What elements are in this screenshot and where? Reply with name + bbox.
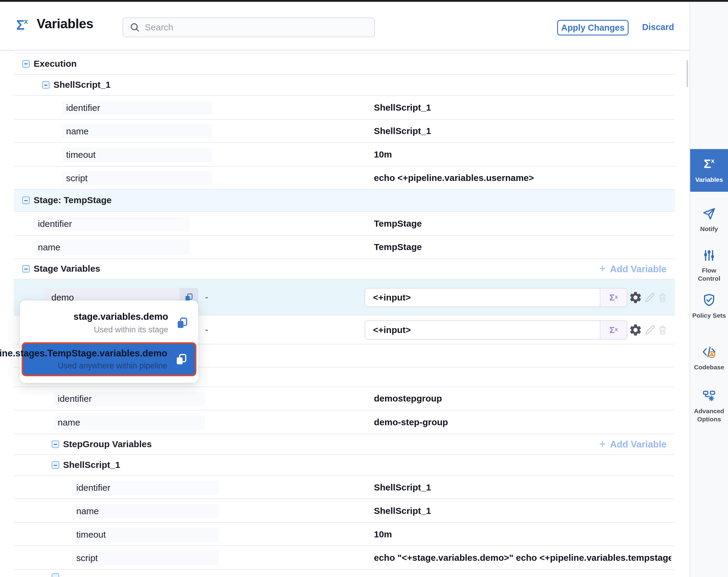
param-value: 10m bbox=[374, 149, 392, 159]
param-label-field: name bbox=[53, 415, 205, 430]
expression-option-pipeline-scope[interactable]: pipeline.stages.TempStage.variables.demo… bbox=[22, 342, 197, 376]
tree-section-row: ShellScript_1 bbox=[14, 75, 675, 96]
param-value: echo <+pipeline.variables.username> bbox=[374, 173, 534, 183]
copy-icon[interactable] bbox=[175, 316, 189, 330]
param-label-field: script bbox=[72, 551, 219, 565]
param-value: ShellScript_1 bbox=[374, 506, 431, 516]
tree-section-row: StepGroup Variables+Add Variable bbox=[14, 434, 675, 455]
variables-panel-header: Σx Variables Apply Changes Discard bbox=[0, 2, 690, 50]
required-indicator: - bbox=[205, 292, 208, 302]
section-label: ShellScript_1 bbox=[53, 80, 110, 90]
param-row: nameShellScript_1 bbox=[14, 120, 675, 143]
collapse-icon[interactable] bbox=[52, 573, 59, 577]
param-label-field: timeout bbox=[72, 527, 219, 542]
expression-text: stage.variables.demo bbox=[74, 311, 168, 322]
param-row: scriptecho "<+stage.variables.demo>" ech… bbox=[14, 546, 675, 570]
tree-section-row: Stage: TempStage bbox=[14, 190, 675, 212]
collapse-icon[interactable] bbox=[22, 265, 30, 273]
param-row: identifierShellScript_1 bbox=[14, 96, 675, 120]
shield-check-icon bbox=[702, 293, 717, 308]
pencil-icon[interactable] bbox=[643, 323, 656, 336]
flowchart-gear-icon bbox=[702, 389, 716, 403]
sigma-expression-button[interactable]: Σx bbox=[600, 321, 627, 339]
section-label: Stage: TempStage bbox=[34, 195, 112, 205]
expression-text: pipeline.stages.TempStage.variables.demo bbox=[0, 348, 167, 359]
param-value: demo-step-group bbox=[374, 417, 448, 427]
param-row: timeout10m bbox=[14, 143, 675, 167]
expression-option-stage-scope[interactable]: stage.variables.demo Used within its sta… bbox=[20, 309, 198, 341]
collapse-icon[interactable] bbox=[22, 197, 30, 204]
collapse-icon[interactable] bbox=[52, 441, 59, 448]
add-variable-button[interactable]: +Add Variable bbox=[599, 262, 667, 276]
param-label-field: identifier bbox=[72, 480, 219, 495]
pipeline-right-sidebar: Σx Variables Notify Flow Control Policy … bbox=[690, 2, 728, 577]
section-label: ShellScript_1 bbox=[63, 460, 120, 470]
page-title: Variables bbox=[37, 16, 94, 31]
sidebar-item-variables[interactable]: Σx Variables bbox=[690, 149, 728, 192]
apply-changes-button[interactable]: Apply Changes bbox=[557, 20, 629, 35]
variable-value-input[interactable]: <+input>Σx bbox=[365, 288, 627, 307]
param-label-field: timeout bbox=[62, 148, 212, 162]
collapse-icon[interactable] bbox=[42, 81, 50, 89]
scrollbar-thumb[interactable] bbox=[686, 60, 688, 87]
param-value: ShellScript_1 bbox=[374, 126, 431, 136]
plus-icon: + bbox=[599, 262, 606, 275]
param-value: TempStage bbox=[374, 242, 422, 252]
param-label-field: identifier bbox=[62, 101, 212, 115]
gear-icon[interactable] bbox=[629, 291, 643, 304]
param-value: demostepgroup bbox=[374, 393, 442, 404]
search-icon bbox=[130, 22, 140, 32]
sliders-icon bbox=[702, 248, 716, 262]
tree-row bbox=[14, 570, 675, 577]
trash-icon[interactable] bbox=[656, 324, 669, 336]
param-label-field: name bbox=[62, 124, 212, 139]
param-row: namedemo-step-group bbox=[14, 410, 675, 434]
section-label: Execution bbox=[34, 58, 77, 69]
search-box[interactable] bbox=[123, 18, 375, 37]
search-input[interactable] bbox=[145, 22, 355, 32]
sidebar-item-policy-sets[interactable]: Policy Sets bbox=[690, 293, 728, 320]
sigma-x-icon: Σx bbox=[704, 157, 714, 171]
sidebar-item-flow-control[interactable]: Flow Control bbox=[690, 248, 728, 282]
trash-icon[interactable] bbox=[656, 292, 669, 303]
sidebar-item-notify[interactable]: Notify bbox=[690, 206, 728, 233]
sidebar-item-codebase[interactable]: Codebase bbox=[690, 344, 728, 371]
tree-section-row: Execution bbox=[14, 53, 675, 75]
required-indicator: - bbox=[205, 325, 208, 335]
param-label-field: identifier bbox=[53, 392, 205, 406]
copy-icon[interactable] bbox=[175, 352, 188, 366]
param-row: nameTempStage bbox=[14, 235, 675, 259]
param-label-field: name bbox=[72, 504, 219, 519]
param-value: echo "<+stage.variables.demo>" echo <+pi… bbox=[374, 553, 671, 563]
variable-value-input[interactable]: <+input>Σx bbox=[365, 320, 627, 340]
param-row: identifierShellScript_1 bbox=[14, 476, 675, 499]
gear-icon[interactable] bbox=[629, 323, 643, 337]
expression-scope: Used within its stage bbox=[74, 325, 168, 334]
section-label: StepGroup Variables bbox=[63, 439, 152, 449]
param-row: scriptecho <+pipeline.variables.username… bbox=[14, 167, 675, 190]
expression-scope: Used anywhere within pipeline bbox=[0, 361, 167, 371]
param-label-field: identifier bbox=[34, 217, 190, 231]
param-value: ShellScript_1 bbox=[374, 482, 431, 493]
variable-expression-popup: stage.variables.demo Used within its sta… bbox=[20, 301, 198, 383]
param-value: 10m bbox=[374, 529, 392, 540]
param-row: nameShellScript_1 bbox=[14, 499, 675, 523]
tree-section-row: ShellScript_1 bbox=[14, 455, 675, 476]
section-label: Stage Variables bbox=[34, 264, 100, 274]
plus-icon: + bbox=[599, 437, 606, 450]
sigma-x-icon: Σx bbox=[16, 17, 28, 33]
param-value: ShellScript_1 bbox=[374, 102, 431, 113]
add-variable-button[interactable]: +Add Variable bbox=[599, 438, 667, 451]
paper-plane-icon bbox=[702, 206, 717, 221]
param-row: identifierdemostepgroup bbox=[14, 387, 675, 410]
sigma-expression-button[interactable]: Σx bbox=[600, 288, 627, 306]
sidebar-item-advanced-options[interactable]: Advanced Options bbox=[690, 389, 728, 423]
collapse-icon[interactable] bbox=[22, 60, 30, 68]
pencil-icon[interactable] bbox=[643, 291, 656, 304]
param-label-field: name bbox=[34, 240, 190, 254]
param-label-field: script bbox=[62, 171, 212, 185]
collapse-icon[interactable] bbox=[52, 461, 59, 469]
tree-section-row: Stage Variables+Add Variable bbox=[14, 259, 675, 279]
param-value: TempStage bbox=[374, 219, 422, 229]
discard-button[interactable]: Discard bbox=[642, 22, 674, 32]
